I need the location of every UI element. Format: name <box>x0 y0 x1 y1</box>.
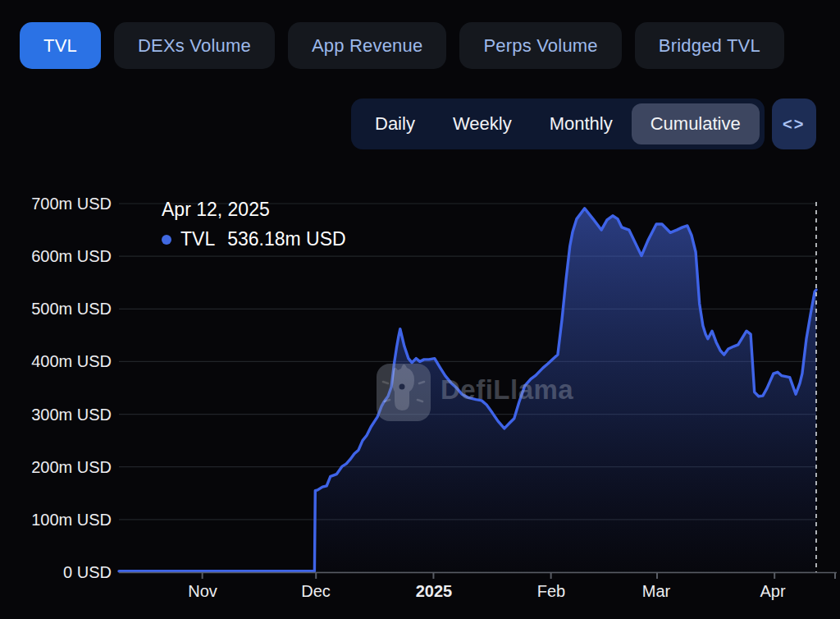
tab-app-revenue[interactable]: App Revenue <box>288 22 447 69</box>
period-options-group: Daily Weekly Monthly Cumulative <box>351 99 765 149</box>
x-tick-label: Nov <box>166 582 240 601</box>
series-dot-icon <box>162 235 171 245</box>
tvl-area-chart[interactable] <box>0 164 840 619</box>
tooltip-value: 536.18m USD <box>227 228 345 250</box>
period-selector: Daily Weekly Monthly Cumulative <> <box>351 99 816 149</box>
metric-tabs: TVL DEXs Volume App Revenue Perps Volume… <box>20 22 784 69</box>
period-daily[interactable]: Daily <box>356 99 434 149</box>
tvl-area-fill <box>119 209 816 572</box>
code-brackets-icon: <> <box>783 115 805 134</box>
x-tick-label: Mar <box>619 582 693 601</box>
x-tick-label: 2025 <box>397 582 471 601</box>
period-monthly[interactable]: Monthly <box>531 99 632 149</box>
tab-tvl[interactable]: TVL <box>20 22 101 69</box>
chart-tooltip: Apr 12, 2025 TVL 536.18m USD <box>162 199 346 250</box>
period-cumulative[interactable]: Cumulative <box>632 103 760 144</box>
chart-canvas <box>0 164 840 619</box>
y-tick-label: 100m USD <box>0 510 112 530</box>
tab-dexs-volume[interactable]: DEXs Volume <box>114 22 275 69</box>
x-tick-label: Apr <box>736 582 810 601</box>
tooltip-date: Apr 12, 2025 <box>162 199 346 221</box>
y-tick-label: 500m USD <box>0 299 112 319</box>
y-tick-label: 400m USD <box>0 351 112 371</box>
period-weekly[interactable]: Weekly <box>434 99 531 149</box>
y-tick-label: 600m USD <box>0 246 112 266</box>
tab-perps-volume[interactable]: Perps Volume <box>459 22 621 69</box>
embed-code-button[interactable]: <> <box>772 99 816 149</box>
tab-bridged-tvl[interactable]: Bridged TVL <box>635 22 784 69</box>
y-tick-label: 200m USD <box>0 457 112 477</box>
x-tick-label: Dec <box>279 582 353 601</box>
x-tick-label: Feb <box>514 582 588 601</box>
y-tick-label: 700m USD <box>0 194 112 213</box>
tooltip-series-name: TVL <box>180 228 215 250</box>
y-tick-label: 300m USD <box>0 405 112 424</box>
defillama-chart-page: TVL DEXs Volume App Revenue Perps Volume… <box>0 0 840 619</box>
y-tick-label: 0 USD <box>0 562 112 582</box>
